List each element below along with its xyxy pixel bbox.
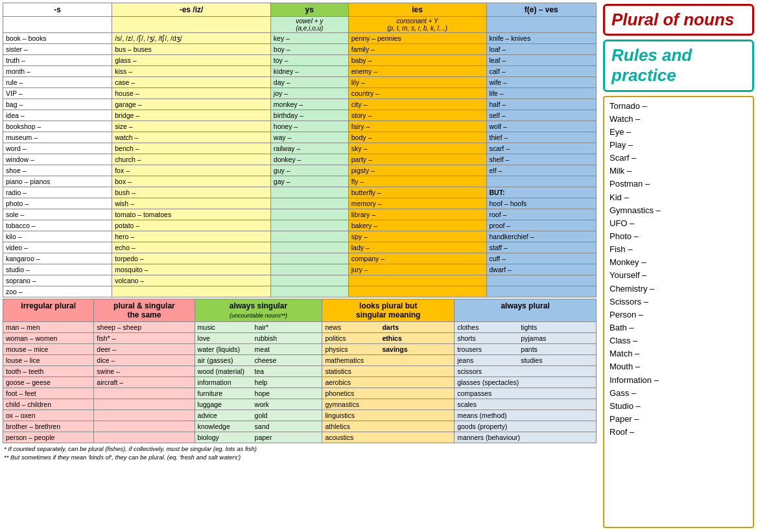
looks-plural-row: linguistics: [322, 410, 455, 421]
plural-same-row: aircraft –: [94, 377, 195, 388]
table-row: memory –: [348, 198, 486, 209]
irregular-row: child – children: [3, 399, 94, 410]
col-header-fves: f(e) – ves: [486, 3, 596, 17]
table-row: sky –: [348, 143, 486, 154]
always-plural-row: goods (property): [455, 421, 597, 432]
table-row: bus – buses: [112, 44, 271, 55]
col-header-ps: plural & singularthe same: [94, 299, 195, 322]
list-item: Roof –: [610, 426, 748, 439]
looks-plural-row: mathematics: [322, 355, 455, 366]
list-item: Match –: [610, 347, 748, 360]
table-row: box –: [112, 176, 271, 187]
irregular-row: woman – women: [3, 333, 94, 344]
table-row: jury –: [348, 264, 486, 275]
always-singular-row: water (liquids)meat: [195, 344, 322, 355]
table-row: thief –: [486, 132, 596, 143]
looks-plural-row: politicsethics: [322, 333, 455, 344]
always-plural-row: means (method): [455, 410, 597, 421]
footnote-2: ** But sometimes if they mean 'kinds of'…: [3, 453, 597, 461]
table-row: self –: [486, 110, 596, 121]
table-row: leaf –: [486, 55, 596, 66]
always-singular-row: wood (material)tea: [195, 366, 322, 377]
table-row: birthday –: [270, 110, 348, 121]
rules-label: Rules and practice: [611, 45, 746, 86]
col-header-es: -es /iz/: [112, 3, 271, 17]
table-row: day –: [270, 77, 348, 88]
col-sub-ys: vowel + y(a,e,i,o,u): [270, 17, 348, 33]
table-row: piano – pianos: [3, 176, 112, 187]
list-item: Scarf –: [610, 152, 748, 165]
list-item: Person –: [610, 308, 748, 321]
table-row: VIP –: [3, 88, 112, 99]
always-singular-row: air (gasses)cheese: [195, 355, 322, 366]
table-row: donkey –: [270, 154, 348, 165]
footnote-1: * If counted separately, can be plural (…: [3, 445, 597, 453]
table-row: railway –: [270, 143, 348, 154]
plural-same-row: [94, 432, 195, 443]
table-row: [270, 220, 348, 231]
table-row: glass –: [112, 55, 271, 66]
table-row: house –: [112, 88, 271, 99]
table-row: bookshop –: [3, 121, 112, 132]
plural-same-row: [94, 399, 195, 410]
table-row: lady –: [348, 242, 486, 253]
table-row: guy –: [270, 165, 348, 176]
table-row: [270, 209, 348, 220]
table-row: boy –: [270, 44, 348, 55]
plural-same-row: swine –: [94, 366, 195, 377]
table-row: wolf –: [486, 121, 596, 132]
table-row: [270, 187, 348, 198]
table-row: calf –: [486, 66, 596, 77]
footnotes-table: * If counted separately, can be plural (…: [3, 445, 597, 461]
col-sub-s: [3, 17, 112, 33]
list-item: Bath –: [610, 321, 748, 334]
table-row: radio –: [3, 187, 112, 198]
plural-same-row: [94, 410, 195, 421]
table-row: shelf –: [486, 154, 596, 165]
list-item: Studio –: [610, 400, 748, 413]
always-plural-row: shortspyjamas: [455, 333, 597, 344]
table-row: museum –: [3, 132, 112, 143]
list-item: Scissors –: [610, 295, 748, 308]
table-row: echo –: [112, 242, 271, 253]
table-row: [270, 264, 348, 275]
irregular-row: person – people: [3, 432, 94, 443]
table-row: torpedo –: [112, 253, 271, 264]
looks-plural-row: athletics: [322, 421, 455, 432]
irregular-row: brother – brethren: [3, 421, 94, 432]
col-header-ys: ys: [270, 3, 348, 17]
table-row: kilo –: [3, 231, 112, 242]
always-plural-row: scales: [455, 399, 597, 410]
table-row: wife –: [486, 77, 596, 88]
list-item: Gass –: [610, 387, 748, 400]
table-row: honey –: [270, 121, 348, 132]
list-item: Mouth –: [610, 360, 748, 373]
table-row: BUT:: [486, 187, 596, 198]
plural-same-row: [94, 388, 195, 399]
table-row: watch –: [112, 132, 271, 143]
table-row: lily –: [348, 77, 486, 88]
plural-table: -s -es /iz/ ys ies f(e) – ves vowel + y(…: [3, 3, 597, 297]
table-row: body –: [348, 132, 486, 143]
table-row: [270, 198, 348, 209]
list-item: Paper –: [610, 413, 748, 426]
table-row: half –: [486, 99, 596, 110]
table-row: zoo –: [3, 286, 112, 297]
table-row: roof –: [486, 209, 596, 220]
rules-box: Rules and practice: [603, 40, 754, 91]
table-row: fly –: [348, 176, 486, 187]
table-row: sister –: [3, 44, 112, 55]
plural-same-row: dice –: [94, 355, 195, 366]
list-item: Eye –: [610, 126, 748, 139]
irregular-row: tooth – teeth: [3, 366, 94, 377]
irregular-row: foot – feet: [3, 388, 94, 399]
table-row: size –: [112, 121, 271, 132]
col-header-s: -s: [3, 3, 112, 17]
table-row: hero –: [112, 231, 271, 242]
table-row: [112, 286, 271, 297]
table-row: pigsty –: [348, 165, 486, 176]
plural-same-row: sheep – sheep: [94, 322, 195, 333]
table-row: [270, 231, 348, 242]
always-plural-row: jeansstudies: [455, 355, 597, 366]
col-sub-es: [112, 17, 271, 33]
